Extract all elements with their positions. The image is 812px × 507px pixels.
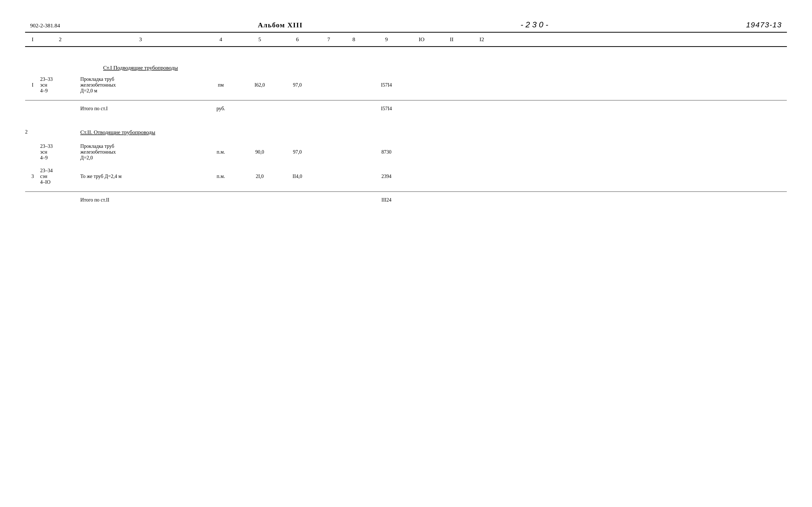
- row3-col2: 23–34 сэн 4–IO: [40, 168, 80, 185]
- table-row: 3 23–34 сэн 4–IO То же труб Д=2,4 м п.м.…: [25, 166, 787, 186]
- section2-title-row: 2 Ст.II. Отводящие трубопроводы: [25, 121, 787, 139]
- section2-subtotal-label: Итого по ст.II: [80, 197, 201, 203]
- section2-title: Ст.II. Отводящие трубопроводы: [80, 129, 201, 135]
- col-header-7: 7: [316, 36, 341, 43]
- row1-col5: I62,0: [241, 82, 279, 88]
- row1-col1: I: [25, 82, 40, 88]
- project-number: 19473-13: [746, 20, 782, 29]
- row3-col4: п.м.: [201, 173, 241, 179]
- row1-col9: I57I4: [366, 82, 406, 88]
- row3-col9: 2394: [366, 173, 406, 179]
- row1-col4: пм: [201, 82, 241, 88]
- table-row: 23–33 эсн 4–9 Прокладка труб железобетон…: [25, 142, 787, 162]
- page-header: 902-2-381.84 Альбом XIII - 2 3 0 - 19473…: [25, 20, 787, 30]
- doc-number: 902-2-381.84: [30, 22, 60, 29]
- section1-subtotal: Итого по ст.I руб. I57I4: [25, 103, 787, 114]
- row2-col3: Прокладка труб железобетонных Д=2,0: [80, 143, 201, 161]
- table-body: Ст.I Подводящие трубопроводы I 23–33 эсн…: [25, 47, 787, 205]
- row2-col9: 8730: [366, 149, 406, 155]
- divider-section2: [25, 191, 787, 192]
- row2-col6: 97,0: [279, 149, 316, 155]
- col-header-1: I: [25, 36, 40, 43]
- row2-col2: 23–33 эсн 4–9: [40, 143, 80, 161]
- col-header-9: 9: [366, 36, 406, 43]
- row3-col1: 3: [25, 173, 40, 179]
- divider-section1: [25, 100, 787, 101]
- table-row: I 23–33 эсн 4–9 Прокладка труб железобет…: [25, 75, 787, 95]
- col-header-5: 5: [241, 36, 279, 43]
- row1-col3: Прокладка труб железобетонных Д=2,0 м: [80, 76, 201, 94]
- section1-title-row: Ст.I Подводящие трубопроводы: [25, 57, 787, 75]
- section1-title: Ст.I Подводящие трубопроводы: [80, 64, 201, 71]
- section1-subtotal-value: I57I4: [366, 106, 406, 111]
- row1-col2: 23–33 эсн 4–9: [40, 76, 80, 94]
- album-label: Альбом XIII: [258, 21, 303, 29]
- row1-col6: 97,0: [279, 82, 316, 88]
- col-header-6: 6: [279, 36, 316, 43]
- col-header-4: 4: [201, 36, 241, 43]
- section1-subtotal-unit: руб.: [201, 106, 241, 111]
- row2-col4: п.м.: [201, 149, 241, 155]
- col-header-2: 2: [40, 36, 80, 43]
- section2-subtotal: Итого по ст.II III24: [25, 194, 787, 205]
- col-header-3: 3: [80, 36, 201, 43]
- row2-col5: 90,0: [241, 149, 279, 155]
- section2-col1: 2: [25, 129, 27, 134]
- col-header-8: 8: [341, 36, 366, 43]
- page-number: - 2 3 0 -: [521, 20, 548, 30]
- row3-col3: То же труб Д=2,4 м: [80, 173, 201, 179]
- col-header-10: IO: [406, 36, 437, 43]
- column-headers: I 2 3 4 5 6 7 8 9 IO II I2: [25, 33, 787, 47]
- row3-col6: II4,0: [279, 173, 316, 179]
- section2-subtotal-value: III24: [366, 197, 406, 203]
- col-header-11: II: [437, 36, 467, 43]
- section1-subtotal-label: Итого по ст.I: [80, 106, 201, 111]
- col-header-12: I2: [467, 36, 497, 43]
- row3-col5: 2I,0: [241, 173, 279, 179]
